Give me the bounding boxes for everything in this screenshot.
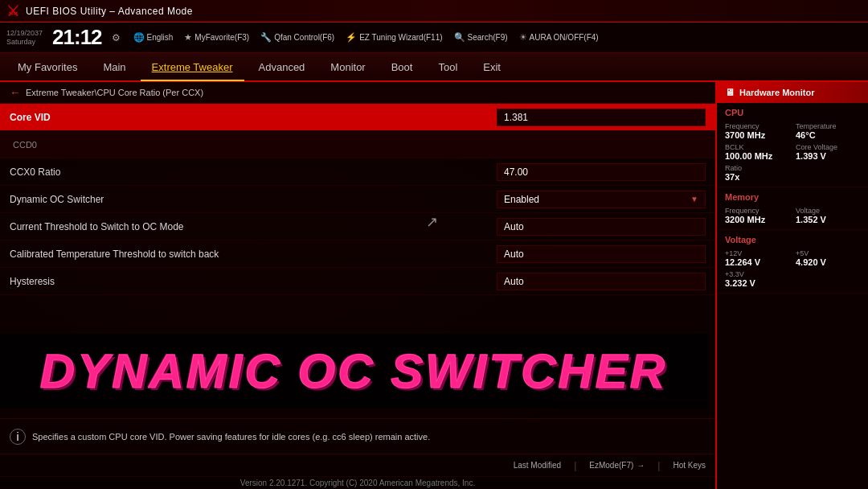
core-vid-value[interactable]: 1.381 (497, 109, 706, 126)
star-icon: ★ (184, 32, 192, 43)
hysteresis-value[interactable]: Auto (497, 273, 706, 290)
dynamic-oc-value[interactable]: Enabled (497, 191, 706, 208)
cpu-bclk-label: BCLK (725, 143, 789, 151)
setting-row-hysteresis[interactable]: Hysteresis Auto (0, 268, 715, 295)
v33-label: +3.3V (725, 270, 860, 278)
hw-cpu-section: CPU Frequency 3700 MHz Temperature 46°C … (717, 103, 868, 187)
ccx0-value[interactable]: 47.00 (497, 163, 706, 181)
bottom-sep1: | (574, 460, 576, 471)
v5-value: 4.920 V (796, 257, 860, 267)
fan-icon: 🔧 (260, 32, 272, 43)
setting-row-current-threshold[interactable]: Current Threshold to Switch to OC Mode A… (0, 213, 715, 240)
cpu-temp-label: Temperature (796, 122, 860, 130)
date-display: 12/19/2037 (6, 29, 43, 38)
v5-group: +5V 4.920 V (796, 249, 860, 267)
setting-row-ccd0: CCD0 (0, 131, 715, 158)
breadcrumb-text: Extreme Tweaker\CPU Core Ratio (Per CCX) (26, 88, 203, 97)
core-vid-label: Core VID (10, 112, 497, 123)
nav-my-favorites[interactable]: My Favorites (6, 53, 88, 80)
nav-advanced[interactable]: Advanced (248, 53, 317, 80)
nav-boot[interactable]: Boot (380, 53, 424, 80)
aura-icon: ☀ (519, 32, 527, 43)
cpu-vcore-value: 1.393 V (796, 151, 860, 161)
cpu-bclk-group: BCLK 100.00 MHz (725, 143, 789, 161)
mem-freq-value: 3200 MHz (725, 215, 789, 224)
cpu-vcore-label: Core Voltage (796, 143, 860, 151)
nav-menu: My Favorites Main Extreme Tweaker Advanc… (0, 53, 868, 82)
v12-group: +12V 12.264 V (725, 249, 789, 267)
v12-label: +12V (725, 249, 789, 257)
nav-main[interactable]: Main (92, 53, 137, 80)
v12-value: 12.264 V (725, 257, 789, 267)
hysteresis-label: Hysteresis (10, 276, 497, 287)
top-bar: ⚔ UEFI BIOS Utility – Advanced Mode (0, 0, 868, 23)
nav-monitor[interactable]: Monitor (319, 53, 376, 80)
ez-mode-button[interactable]: EzMode(F7) → (589, 461, 645, 470)
content-area: ← Extreme Tweaker\CPU Core Ratio (Per CC… (0, 82, 868, 489)
language-selector[interactable]: 🌐 English (133, 32, 174, 43)
hw-voltage-section: Voltage +12V 12.264 V +5V 4.920 V +3.3V … (717, 230, 868, 294)
banner-text: DYNAMIC OC SWITCHER (40, 343, 667, 399)
bottom-actions: Last Modified | EzMode(F7) → | Hot Keys (514, 460, 706, 471)
cpu-vcore-group: Core Voltage 1.393 V (796, 143, 860, 161)
cal-temp-label: Calibrated Temperature Threshold to swit… (10, 249, 497, 260)
current-threshold-label: Current Threshold to Switch to OC Mode (10, 221, 497, 232)
main-panel: ← Extreme Tweaker\CPU Core Ratio (Per CC… (0, 82, 715, 489)
cpu-freq-value: 3700 MHz (725, 130, 789, 140)
hw-monitor-title: 🖥 Hardware Monitor (717, 82, 868, 103)
qfan-button[interactable]: 🔧 Qfan Control(F6) (260, 32, 334, 43)
hw-cpu-grid: Frequency 3700 MHz Temperature 46°C BCLK… (725, 122, 860, 161)
breadcrumb: ← Extreme Tweaker\CPU Core Ratio (Per CC… (0, 82, 715, 104)
ccd0-label: CCD0 (13, 140, 706, 150)
last-modified-item[interactable]: Last Modified (514, 461, 561, 470)
hardware-monitor-panel: 🖥 Hardware Monitor CPU Frequency 3700 MH… (715, 82, 868, 489)
nav-exit[interactable]: Exit (472, 53, 512, 80)
info-text: Specifies a custom CPU core VID. Power s… (32, 432, 430, 442)
hw-voltage-title: Voltage (725, 235, 860, 244)
setting-row-cal-temp[interactable]: Calibrated Temperature Threshold to swit… (0, 240, 715, 268)
cpu-bclk-value: 100.00 MHz (725, 151, 789, 161)
banner-overlay: DYNAMIC OC SWITCHER (0, 334, 707, 409)
globe-icon: 🌐 (133, 32, 145, 43)
lightning-icon: ⚡ (346, 32, 357, 43)
mem-freq-label: Frequency (725, 207, 789, 215)
myfavorite-button[interactable]: ★ MyFavorite(F3) (184, 32, 249, 43)
datetime-bar: 12/19/2037 Saturday 21:12 ⚙ 🌐 English ★ … (0, 23, 868, 53)
cpu-temp-value: 46°C (796, 130, 860, 140)
hot-keys-button[interactable]: Hot Keys (673, 461, 706, 470)
settings-icon[interactable]: ⚙ (112, 32, 121, 43)
cpu-ratio-value: 37x (725, 172, 860, 182)
hw-memory-section: Memory Frequency 3200 MHz Voltage 1.352 … (717, 187, 868, 230)
current-threshold-value[interactable]: Auto (497, 218, 706, 236)
cursor: ↗ (426, 213, 438, 231)
cpu-ratio-group: Ratio 37x (725, 164, 860, 182)
hw-memory-grid: Frequency 3200 MHz Voltage 1.352 V (725, 207, 860, 224)
cpu-ratio-label: Ratio (725, 164, 860, 172)
aura-button[interactable]: ☀ AURA ON/OFF(F4) (519, 32, 599, 43)
version-text: Version 2.20.1271. Copyright (C) 2020 Am… (0, 476, 715, 489)
info-icon: i (10, 429, 26, 445)
monitor-icon: 🖥 (725, 87, 735, 98)
nav-tool[interactable]: Tool (427, 53, 469, 80)
back-arrow-icon[interactable]: ← (10, 86, 21, 99)
rog-logo: ⚔ (6, 2, 19, 20)
v33-value: 3.232 V (725, 278, 860, 288)
bottom-sep2: | (657, 460, 660, 471)
info-bar: i Specifies a custom CPU core VID. Power… (0, 418, 715, 454)
v33-group: +3.3V 3.232 V (725, 270, 860, 288)
setting-row-core-vid[interactable]: Core VID 1.381 (0, 104, 715, 131)
hw-cpu-title: CPU (725, 108, 860, 117)
search-icon: 🔍 (454, 32, 465, 43)
cpu-temp-group: Temperature 46°C (796, 122, 860, 140)
cal-temp-value[interactable]: Auto (497, 245, 706, 263)
ez-tuning-button[interactable]: ⚡ EZ Tuning Wizard(F11) (346, 32, 442, 43)
setting-row-ccx0[interactable]: CCX0 Ratio 47.00 (0, 158, 715, 186)
setting-row-dynamic-oc[interactable]: Dynamic OC Switcher Enabled (0, 186, 715, 213)
mem-volt-group: Voltage 1.352 V (796, 207, 860, 224)
toolbar: 🌐 English ★ MyFavorite(F3) 🔧 Qfan Contro… (133, 32, 599, 43)
day-display: Saturday (6, 38, 43, 47)
cpu-freq-group: Frequency 3700 MHz (725, 122, 789, 140)
search-button[interactable]: 🔍 Search(F9) (454, 32, 508, 43)
nav-extreme-tweaker[interactable]: Extreme Tweaker (141, 54, 244, 81)
mem-volt-label: Voltage (796, 207, 860, 215)
